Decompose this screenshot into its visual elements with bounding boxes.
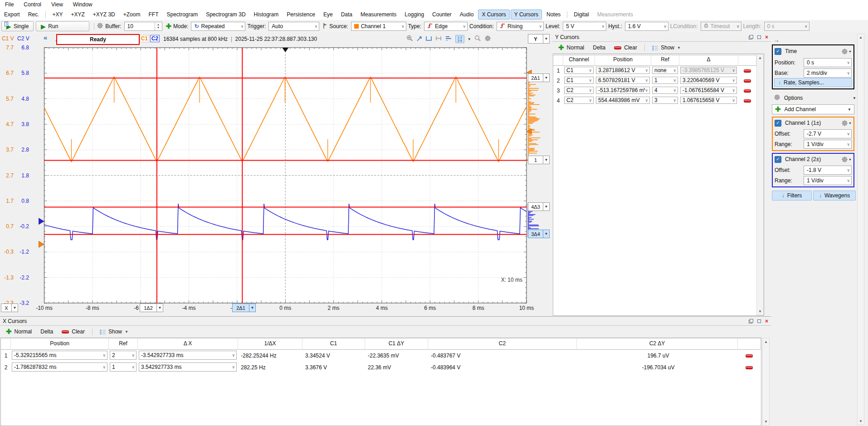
cell-ref-combo[interactable]: 1∨	[652, 77, 678, 84]
panel-arrow-icon[interactable]: →	[773, 36, 780, 44]
cell-ref-combo[interactable]: 4∨	[652, 87, 678, 94]
cell-delta-combo[interactable]: 3.220640569 V∨	[680, 77, 737, 84]
zoom-options-icon[interactable]	[474, 35, 481, 43]
time-position-select[interactable]: 0 s∨	[804, 58, 852, 67]
c2-badge[interactable]: C2	[150, 35, 160, 42]
x-axis-mode-box[interactable]: X▼	[1, 304, 18, 312]
align-levels-icon[interactable]	[445, 35, 452, 43]
fit-horizontal-icon[interactable]	[425, 35, 432, 43]
y-cursor-box-3d4[interactable]: 3Δ4▼	[528, 230, 550, 238]
tab-persistence[interactable]: Persistence	[283, 10, 319, 20]
tab-eye[interactable]: Eye	[320, 10, 336, 20]
float-window-icon[interactable]	[749, 35, 753, 39]
x-cursor-box-2d1[interactable]: 2Δ1▼	[232, 304, 256, 312]
tab-notes[interactable]: Notes	[543, 10, 564, 20]
tab-data[interactable]: Data	[337, 10, 356, 20]
cell-channel-combo[interactable]: C1∨	[564, 77, 594, 84]
tab--xyz[interactable]: +XYZ	[67, 10, 88, 20]
remove-cursor-button[interactable]	[738, 86, 756, 96]
tab--xyz-3d[interactable]: +XYZ 3D	[89, 10, 119, 20]
add-channel-button[interactable]: ✚ Add Channel ▼	[772, 104, 854, 114]
dock-window-icon[interactable]	[757, 319, 761, 323]
add-delta-cursor-button[interactable]: Delta	[37, 327, 57, 336]
cell-position-combo[interactable]: -1.786287832 ms∨	[12, 362, 107, 372]
trigger-select[interactable]: Auto∨	[268, 22, 319, 31]
menu-window[interactable]: Window	[68, 0, 98, 9]
clear-cursors-button[interactable]: Clear	[610, 43, 641, 52]
tab-rec-[interactable]: Rec.	[24, 10, 43, 20]
clear-cursors-button[interactable]: Clear	[58, 327, 88, 336]
source-select[interactable]: Channel 1∨	[351, 22, 406, 31]
tab-counter[interactable]: Counter	[429, 10, 455, 20]
remove-cursor-button[interactable]	[738, 96, 756, 106]
hyst-select[interactable]: 1.6 V∨	[625, 22, 668, 31]
time-checkbox[interactable]: ✓	[775, 48, 781, 55]
dock-window-icon[interactable]	[757, 35, 761, 39]
time-base-select[interactable]: 2 ms/div∨	[804, 69, 852, 78]
channel1-offset-select[interactable]: -2.7 V∨	[804, 129, 852, 138]
menu-view[interactable]: View	[46, 0, 68, 9]
cell-position-combo[interactable]: 554.4483986 mV∨	[596, 97, 650, 104]
show-columns-button[interactable]: Show ▼	[649, 43, 684, 52]
cell-position-combo[interactable]: -513.167259786 mV∨	[596, 87, 650, 94]
x-cursor-box-1d2[interactable]: 1Δ2▼	[140, 304, 163, 312]
run-button[interactable]: ▶ Run	[36, 21, 89, 31]
tab-x-cursors[interactable]: X Cursors	[478, 10, 509, 20]
tab-fft[interactable]: FFT	[145, 10, 162, 20]
cell-ref-combo[interactable]: 1∨	[110, 362, 137, 372]
buffer-stepper[interactable]: 10 ▲▼	[124, 22, 162, 31]
c1-badge[interactable]: C1	[140, 35, 149, 42]
y-cursor-box-2d1[interactable]: 2Δ1▼	[528, 73, 550, 82]
tab-spectrogram-3d[interactable]: Spectrogram 3D	[202, 10, 249, 20]
menu-control[interactable]: Control	[19, 0, 46, 9]
options-header[interactable]: Options ▼	[772, 93, 858, 103]
condition-select[interactable]: Rising∨	[497, 22, 544, 31]
channel2-range-select[interactable]: 1 V/div∨	[804, 176, 852, 185]
filters-button[interactable]: ↓ Filters	[772, 191, 812, 201]
cell-delta-combo[interactable]: 1.067615658 V∨	[680, 97, 737, 104]
cell-dx-combo[interactable]: 3.542927733 ms∨	[139, 362, 237, 372]
cell-dx-combo[interactable]: -3.542927733 ms∨	[139, 351, 237, 360]
type-select[interactable]: Edge∨	[424, 22, 468, 31]
lcondition-select[interactable]: Timeout∨	[701, 22, 741, 31]
fit-vertical-icon[interactable]	[435, 35, 442, 43]
cell-channel-combo[interactable]: C1∨	[564, 67, 594, 74]
zoom-in-icon[interactable]	[406, 35, 413, 43]
tab-audio[interactable]: Audio	[456, 10, 478, 20]
cell-channel-combo[interactable]: C2∨	[564, 87, 594, 94]
wavegens-button[interactable]: ↓ Wavegens	[813, 191, 856, 201]
pointer-mode-icon[interactable]	[416, 35, 422, 43]
remove-cursor-button[interactable]	[738, 76, 756, 86]
channel1-range-select[interactable]: 1 V/div∨	[804, 140, 852, 149]
plot-settings-gear-icon[interactable]	[484, 35, 491, 43]
mode-select[interactable]: ↻ Repeated∨	[191, 22, 245, 31]
tab--xy[interactable]: +XY	[49, 10, 66, 20]
x-table-scrollbar[interactable]: ▲▼	[762, 338, 770, 426]
float-window-icon[interactable]	[749, 319, 753, 323]
buffer-stepper-arrows[interactable]: ▲▼	[155, 22, 162, 30]
show-columns-button[interactable]: Show ▼	[96, 327, 132, 336]
tab-spectrogram[interactable]: Spectrogram	[163, 10, 201, 20]
tab-measurements[interactable]: Measurements	[594, 10, 637, 20]
tab-measurements[interactable]: Measurements	[357, 10, 400, 20]
close-icon[interactable]: ×	[765, 319, 768, 323]
remove-cursor-button[interactable]	[738, 362, 761, 373]
single-button[interactable]: ▶ 1 Single	[1, 21, 34, 31]
cell-delta-combo[interactable]: -3.3985765125 V∨	[680, 67, 737, 74]
cell-ref-combo[interactable]: none∨	[652, 67, 678, 74]
tab-logging[interactable]: Logging	[401, 10, 428, 20]
options-scrollbar[interactable]: ▲▼	[857, 34, 864, 425]
tab--zoom[interactable]: +Zoom	[120, 10, 144, 20]
cell-delta-combo[interactable]: -1.0676156584 V∨	[680, 87, 737, 94]
cell-ref-combo[interactable]: 3∨	[652, 97, 678, 104]
buffer-gear-icon[interactable]	[97, 22, 103, 30]
menu-file[interactable]: File	[0, 0, 19, 9]
channel2-checkbox[interactable]: ✓	[775, 156, 781, 163]
y-table-scrollbar[interactable]: ▲▼	[756, 54, 764, 315]
channel1-checkbox[interactable]: ✓	[775, 120, 781, 127]
add-delta-cursor-button[interactable]: Delta	[589, 43, 609, 52]
close-icon[interactable]: ×	[765, 35, 768, 39]
layout-dropdown-icon[interactable]: ▼	[468, 37, 471, 41]
channel2-offset-select[interactable]: -1.8 V∨	[804, 166, 852, 175]
time-gear-icon[interactable]: ▼	[841, 48, 852, 55]
